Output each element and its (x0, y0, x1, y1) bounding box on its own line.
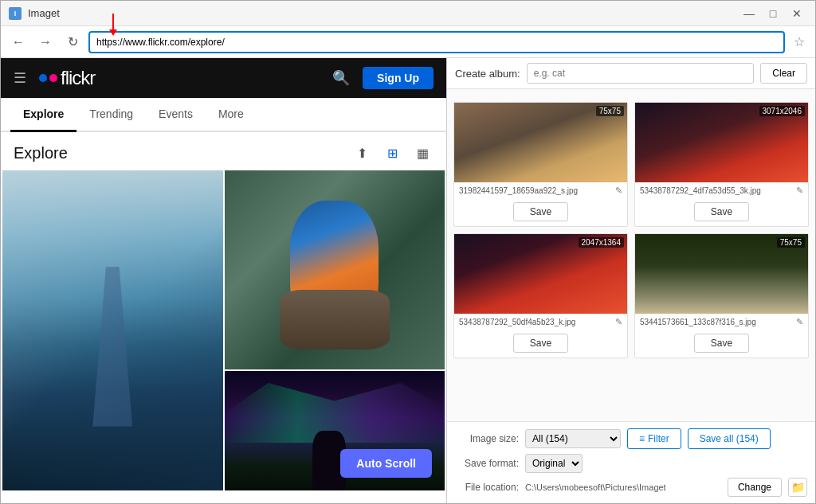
images-container: 75x75 31982441597_18659aa922_s.jpg ✎ Sav… (447, 89, 815, 421)
maximize-button[interactable]: □ (763, 6, 783, 21)
flickr-header: ☰ flickr 🔍 Sign Up (1, 58, 446, 98)
explore-area: Explore ⬆ ⊞ ▦ (1, 132, 446, 503)
share-icon[interactable]: ⬆ (351, 142, 373, 164)
main-content: ☰ flickr 🔍 Sign Up Explore Trending Even… (1, 58, 815, 503)
edit-icon-4[interactable]: ✎ (796, 317, 803, 327)
dimension-badge-3: 2047x1364 (579, 237, 625, 248)
image-thumb-2[interactable]: 3071x2046 (635, 103, 808, 182)
save-all-button[interactable]: Save all (154) (688, 428, 771, 449)
address-bar: ← → ↻ ☆ (1, 26, 815, 58)
back-button[interactable]: ← (7, 31, 29, 53)
create-album-label: Create album: (455, 68, 520, 80)
flickr-nav: Explore Trending Events More (1, 98, 446, 132)
album-input[interactable] (527, 63, 755, 84)
image-caption-4: 53441573661_133c87f316_s.jpg ✎ (635, 314, 808, 330)
dot-blue (39, 74, 47, 82)
image-thumb-4[interactable]: 75x75 (635, 234, 808, 314)
title-bar: I Imaget — □ ✕ (1, 1, 815, 26)
image-thumb-3[interactable]: 2047x1364 (454, 234, 627, 314)
forward-button[interactable]: → (34, 31, 57, 53)
edit-icon-1[interactable]: ✎ (615, 186, 622, 196)
signup-button[interactable]: Sign Up (363, 67, 434, 89)
tab-explore[interactable]: Explore (10, 98, 76, 132)
list-view-icon[interactable]: ▦ (411, 142, 434, 164)
filename-1: 31982441597_18659aa922_s.jpg (459, 186, 612, 195)
save-format-label: Save format: (455, 458, 519, 469)
auto-scroll-button[interactable]: Auto Scroll (340, 449, 432, 478)
photo-kingfisher[interactable] (225, 170, 445, 369)
explore-icons: ⬆ ⊞ ▦ (351, 142, 434, 164)
hamburger-icon[interactable]: ☰ (14, 69, 26, 87)
refresh-button[interactable]: ↻ (61, 31, 84, 53)
address-input[interactable] (88, 31, 785, 53)
image-thumb-1[interactable]: 75x75 (454, 103, 627, 182)
image-size-row: Image size: All (154)LargeMediumSmall ≡ … (455, 428, 807, 449)
search-icon[interactable]: 🔍 (332, 69, 350, 87)
edit-icon-2[interactable]: ✎ (796, 186, 803, 196)
file-location-label: File location: (455, 482, 519, 493)
image-card-1: 75x75 31982441597_18659aa922_s.jpg ✎ Sav… (453, 102, 628, 227)
filter-icon: ≡ (639, 433, 645, 444)
filename-4: 53441573661_133c87f316_s.jpg (640, 318, 793, 326)
save-row-3: Save (454, 330, 627, 357)
tab-events[interactable]: Events (146, 98, 206, 132)
bookmark-button[interactable]: ☆ (790, 33, 809, 52)
image-size-label: Image size: (455, 433, 519, 444)
photo-grid: Auto Scroll (1, 170, 446, 503)
flickr-dots (39, 74, 57, 82)
panel-create-album: Create album: Clear (447, 58, 815, 89)
filename-2: 53438787292_4df7a53d55_3k.jpg (640, 186, 793, 195)
save-row-2: Save (635, 199, 808, 226)
browser-panel: ☰ flickr 🔍 Sign Up Explore Trending Even… (1, 58, 447, 503)
app-title: Imaget (28, 7, 60, 19)
save-button-3[interactable]: Save (513, 334, 568, 353)
image-card-4: 75x75 53441573661_133c87f316_s.jpg ✎ Sav… (634, 233, 809, 358)
tab-more[interactable]: More (206, 98, 257, 132)
image-caption-3: 53438787292_50df4a5b23_k.jpg ✎ (454, 314, 627, 330)
dimension-badge-1: 75x75 (596, 106, 624, 116)
image-card-3: 2047x1364 53438787292_50df4a5b23_k.jpg ✎… (453, 233, 628, 358)
photo-aerial-snow[interactable] (2, 170, 223, 490)
address-input-wrap (88, 31, 785, 53)
save-row-4: Save (635, 330, 808, 357)
tab-trending[interactable]: Trending (76, 98, 146, 132)
grid-view-icon[interactable]: ⊞ (381, 142, 403, 164)
dimension-badge-4: 75x75 (777, 237, 805, 248)
dimension-badge-2: 3071x2046 (759, 106, 806, 116)
filename-3: 53438787292_50df4a5b23_k.jpg (459, 318, 612, 326)
title-bar-left: I Imaget (9, 7, 60, 20)
minimize-button[interactable]: — (739, 6, 759, 21)
app-icon: I (9, 7, 22, 20)
filter-button[interactable]: ≡ Filter (627, 428, 681, 449)
filter-label: Filter (648, 433, 669, 444)
file-location-row: File location: C:\Users\mobeesoft\Pictur… (455, 478, 807, 497)
bottom-controls: Image size: All (154)LargeMediumSmall ≡ … (447, 421, 815, 503)
window-controls: — □ ✕ (739, 6, 807, 21)
dot-pink (49, 74, 57, 82)
image-caption-1: 31982441597_18659aa922_s.jpg ✎ (454, 182, 627, 199)
edit-icon-3[interactable]: ✎ (615, 317, 622, 327)
flickr-brand-text: flickr (61, 67, 95, 89)
explore-title: Explore (14, 144, 68, 162)
save-row-1: Save (454, 199, 627, 226)
folder-button[interactable]: 📁 (788, 478, 807, 497)
flickr-logo: flickr (39, 67, 95, 89)
right-panel: Create album: Clear 75x75 31982441597_18… (447, 58, 815, 503)
save-button-2[interactable]: Save (694, 202, 749, 221)
clear-button[interactable]: Clear (760, 63, 807, 84)
save-button-4[interactable]: Save (694, 334, 749, 353)
save-button-1[interactable]: Save (513, 202, 568, 221)
file-path: C:\Users\mobeesoft\Pictures\Imaget (525, 483, 721, 492)
save-format-select[interactable]: OriginalJPEGPNGWebP (525, 454, 583, 473)
folder-icon: 📁 (791, 481, 805, 494)
image-caption-2: 53438787292_4df7a53d55_3k.jpg ✎ (635, 182, 808, 199)
save-format-row: Save format: OriginalJPEGPNGWebP (455, 454, 807, 473)
explore-header: Explore ⬆ ⊞ ▦ (1, 132, 446, 170)
image-size-select[interactable]: All (154)LargeMediumSmall (525, 429, 621, 448)
photo-aurora[interactable]: Auto Scroll (225, 371, 445, 490)
image-card-2: 3071x2046 53438787292_4df7a53d55_3k.jpg … (634, 102, 809, 227)
images-grid: 75x75 31982441597_18659aa922_s.jpg ✎ Sav… (453, 96, 809, 365)
close-button[interactable]: ✕ (787, 6, 807, 21)
main-window: I Imaget — □ ✕ ← → ↻ ☆ ☰ (0, 0, 816, 504)
change-button[interactable]: Change (728, 478, 782, 497)
